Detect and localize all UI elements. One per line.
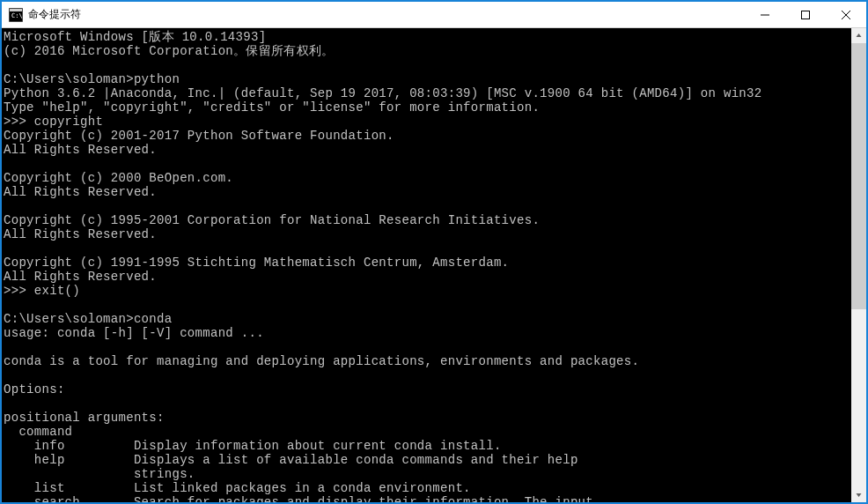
scroll-down-arrow[interactable] <box>851 487 866 502</box>
terminal-output[interactable]: Microsoft Windows [版本 10.0.14393] (c) 20… <box>2 28 851 502</box>
svg-rect-4 <box>802 11 810 19</box>
window-title: 命令提示符 <box>28 7 745 22</box>
scroll-up-arrow[interactable] <box>851 28 866 43</box>
cmd-window: C:\ 命令提示符 Microsoft Windows [版本 10.0.143… <box>1 1 867 503</box>
cmd-icon: C:\ <box>9 8 23 22</box>
scroll-track[interactable] <box>851 43 866 487</box>
svg-rect-1 <box>10 9 22 11</box>
close-button[interactable] <box>826 2 866 27</box>
minimize-button[interactable] <box>745 2 785 27</box>
svg-text:C:\: C:\ <box>11 12 23 19</box>
window-controls <box>745 2 866 27</box>
maximize-button[interactable] <box>785 2 826 27</box>
content-area: Microsoft Windows [版本 10.0.14393] (c) 20… <box>2 28 866 502</box>
titlebar[interactable]: C:\ 命令提示符 <box>2 2 866 28</box>
vertical-scrollbar[interactable] <box>851 28 866 502</box>
scroll-thumb[interactable] <box>851 43 866 309</box>
